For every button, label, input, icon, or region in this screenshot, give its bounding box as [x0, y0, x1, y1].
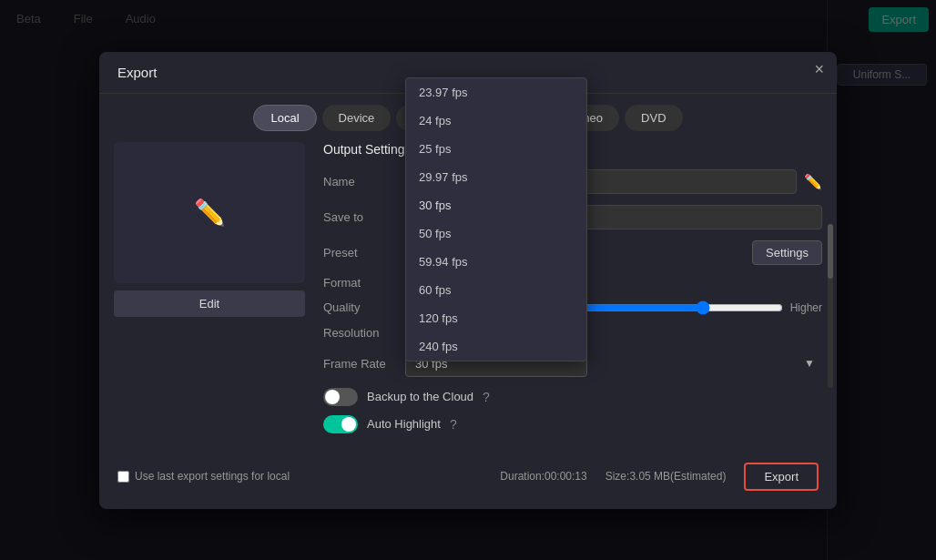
name-label: Name [323, 175, 405, 188]
auto-highlight-thumb [341, 417, 356, 432]
tab-device[interactable]: Device [322, 105, 392, 131]
fps-option-24[interactable]: 24 fps [406, 107, 586, 135]
backup-cloud-label: Backup to the Cloud [367, 390, 473, 403]
fps-option-30[interactable]: 30 fps [406, 191, 586, 219]
auto-highlight-help-icon[interactable]: ? [450, 417, 457, 432]
last-settings-checkbox[interactable] [117, 471, 129, 483]
frame-rate-label: Frame Rate [323, 357, 405, 371]
auto-highlight-label: Auto Highlight [367, 417, 441, 431]
modal-body: ✏️ Edit Output Settings Name ✏️ Save to [99, 142, 837, 443]
auto-highlight-row: Auto Highlight ? [323, 415, 822, 433]
export-modal: Export × Local Device YouTube TikTok Vim… [99, 52, 837, 509]
backup-cloud-row: Backup to the Cloud ? [323, 388, 822, 406]
fps-option-50[interactable]: 50 fps [406, 219, 586, 248]
modal-title: Export [117, 65, 157, 80]
edit-button[interactable]: Edit [114, 290, 305, 317]
preview-thumbnail: ✏️ [114, 142, 305, 283]
fps-option-60[interactable]: 60 fps [406, 276, 586, 304]
auto-highlight-toggle[interactable] [323, 415, 358, 433]
footer-info: Duration:00:00:13 Size:3.05 MB(Estimated… [500, 463, 819, 491]
fps-option-5994[interactable]: 59.94 fps [406, 248, 586, 276]
backup-cloud-toggle[interactable] [323, 388, 358, 406]
modal-scroll-thumb [828, 224, 833, 279]
fps-option-120[interactable]: 120 fps [406, 304, 586, 332]
export-main-button[interactable]: Export [744, 463, 819, 491]
quality-label: Quality [323, 300, 405, 314]
size-info: Size:3.05 MB(Estimated) [605, 470, 727, 483]
fps-option-240[interactable]: 240 fps [406, 332, 586, 361]
preset-label: Preset [323, 246, 405, 260]
backup-cloud-help-icon[interactable]: ? [483, 390, 490, 404]
preview-panel: ✏️ Edit [114, 142, 305, 443]
resolution-label: Resolution [323, 326, 405, 340]
settings-panel: Output Settings Name ✏️ Save to Preset S… [323, 142, 822, 443]
modal-scrollbar[interactable] [828, 224, 833, 388]
settings-button[interactable]: Settings [752, 240, 822, 265]
frame-rate-dropdown[interactable]: 23.97 fps 24 fps 25 fps 29.97 fps 30 fps… [405, 77, 587, 361]
duration-info: Duration:00:00:13 [500, 470, 586, 483]
modal-close-button[interactable]: × [814, 61, 824, 77]
modal-footer: Use last export settings for local Durat… [99, 452, 837, 491]
frame-rate-row: Frame Rate 23.97 fps 24 fps 25 fps 29.97… [323, 351, 822, 377]
pencil-icon: ✏️ [194, 198, 226, 228]
backup-cloud-thumb [325, 390, 340, 404]
tab-local[interactable]: Local [253, 105, 316, 131]
last-settings-label: Use last export settings for local [135, 470, 290, 483]
frame-rate-select-wrapper: 23.97 fps 24 fps 25 fps 29.97 fps 30 fps… [405, 351, 822, 377]
last-settings-checkbox-label[interactable]: Use last export settings for local [117, 470, 290, 483]
format-label: Format [323, 276, 405, 290]
ai-button[interactable]: ✏️ [804, 173, 822, 190]
modal-overlay: Export × Local Device YouTube TikTok Vim… [0, 0, 936, 560]
fps-option-2997[interactable]: 29.97 fps [406, 163, 586, 191]
save-to-label: Save to [323, 210, 405, 224]
tab-dvd[interactable]: DVD [625, 105, 682, 131]
fps-option-25[interactable]: 25 fps [406, 135, 586, 163]
fps-option-23[interactable]: 23.97 fps [406, 78, 586, 107]
select-arrow-icon: ▼ [804, 357, 815, 370]
quality-hint: Higher [790, 301, 822, 314]
